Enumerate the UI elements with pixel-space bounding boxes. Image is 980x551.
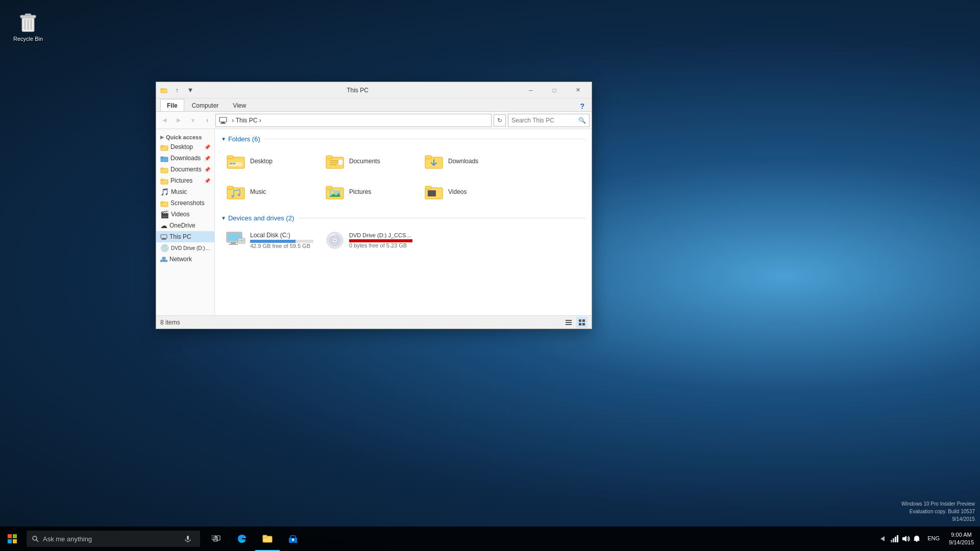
tab-computer[interactable]: Computer: [185, 99, 226, 111]
recycle-bin-label: Recycle Bin: [13, 36, 43, 42]
close-button[interactable]: ✕: [566, 82, 590, 98]
network-tray-icon[interactable]: [891, 535, 899, 543]
qs-dropdown-btn[interactable]: ▼: [185, 85, 196, 96]
folder-desktop-info: Desktop: [250, 158, 313, 165]
clock-date: 9/14/2015: [949, 539, 974, 546]
details-view-button[interactable]: [563, 317, 574, 328]
sidebar-item-videos[interactable]: 🎬 Videos: [156, 209, 214, 220]
language-label: ENG: [927, 535, 940, 542]
svg-rect-59: [229, 244, 238, 245]
system-tray: [887, 527, 924, 551]
sidebar-item-onedrive[interactable]: ☁ OneDrive: [156, 220, 214, 231]
file-explorer-button[interactable]: [255, 527, 280, 551]
sidebar-item-music[interactable]: 🎵 Music: [156, 186, 214, 197]
notification-tray-icon[interactable]: [913, 535, 920, 543]
folders-section-title[interactable]: Folders (6): [228, 135, 260, 143]
svg-rect-9: [222, 122, 225, 123]
folder-videos[interactable]: Videos: [419, 178, 516, 206]
folder-music-name: Music: [250, 188, 313, 195]
svg-rect-2: [25, 14, 31, 16]
address-path[interactable]: › This PC ›: [215, 114, 492, 127]
svg-rect-21: [161, 235, 167, 238]
volume-tray-icon[interactable]: [902, 535, 910, 543]
store-button[interactable]: [281, 527, 305, 551]
sidebar-item-network[interactable]: Network: [156, 254, 214, 265]
folder-desktop-name: Desktop: [250, 158, 313, 165]
svg-point-51: [331, 191, 333, 193]
downloads-icon: [160, 154, 168, 162]
folders-collapse-arrow[interactable]: ▼: [221, 136, 226, 142]
maximize-button[interactable]: □: [543, 82, 566, 98]
forward-button[interactable]: ▶: [173, 114, 185, 127]
svg-point-62: [241, 240, 242, 241]
svg-rect-45: [227, 186, 233, 189]
svg-rect-74: [8, 534, 12, 538]
windows-info-line1: Windows 10 Pro Insider Preview: [901, 500, 975, 508]
explorer-title: This PC: [196, 87, 519, 94]
language-indicator[interactable]: ENG: [924, 527, 943, 551]
sidebar-item-downloads[interactable]: Downloads 📌: [156, 153, 214, 164]
sidebar-item-desktop[interactable]: Desktop 📌: [156, 141, 214, 153]
sidebar-item-documents[interactable]: Documents 📌: [156, 164, 214, 175]
taskbar-right: ENG 9:00 AM 9/14/2015: [878, 527, 980, 551]
svg-rect-8: [219, 117, 227, 122]
svg-rect-40: [330, 164, 337, 165]
edge-button[interactable]: [230, 527, 254, 551]
svg-rect-95: [916, 541, 918, 542]
drives-section-title[interactable]: Devices and drives (2): [228, 214, 294, 222]
videos-icon: 🎬: [160, 210, 169, 218]
windows-info-line3: 9/14/2015: [901, 515, 975, 523]
folder-music[interactable]: Music: [221, 178, 318, 206]
svg-rect-10: [220, 123, 226, 124]
qs-folder-btn[interactable]: [158, 85, 169, 96]
path-thispc-label: This PC: [236, 117, 258, 124]
ribbon-tabs: File Computer View ?: [156, 98, 592, 112]
tiles-view-button[interactable]: [576, 317, 587, 328]
refresh-button[interactable]: ↻: [494, 114, 506, 127]
svg-rect-25: [160, 260, 162, 262]
status-bar: 8 items: [156, 315, 592, 329]
recycle-bin-icon[interactable]: Recycle Bin: [10, 10, 46, 42]
tab-file[interactable]: File: [160, 99, 184, 111]
drive-d[interactable]: DVD Drive (D:) J_CCSA_X64FRE_EN-US_DV5 0…: [320, 226, 417, 255]
drives-collapse-arrow[interactable]: ▼: [221, 215, 226, 221]
quick-access-section[interactable]: ▶ Quick access: [156, 131, 214, 141]
screenshots-icon: [160, 199, 168, 207]
svg-rect-77: [13, 539, 17, 543]
start-button[interactable]: [0, 527, 24, 551]
desktop: Recycle Bin ↑ ▼ This PC ─ □ ✕: [0, 0, 980, 551]
search-input[interactable]: [511, 117, 578, 124]
folders-grid: Desktop: [221, 147, 585, 206]
sidebar-item-screenshots[interactable]: Screenshots: [156, 197, 214, 209]
sidebar-item-thispc[interactable]: This PC: [156, 231, 214, 242]
system-clock[interactable]: 9:00 AM 9/14/2015: [943, 527, 980, 551]
folder-desktop[interactable]: Desktop: [221, 147, 318, 176]
folder-pictures[interactable]: Pictures: [320, 178, 417, 206]
folder-documents[interactable]: Documents: [320, 147, 417, 176]
sidebar-item-pictures[interactable]: Pictures 📌: [156, 175, 214, 186]
svg-marker-89: [880, 536, 885, 541]
folder-downloads[interactable]: Downloads: [419, 147, 516, 176]
system-tray-expand[interactable]: [878, 536, 887, 541]
taskbar-search[interactable]: Ask me anything: [27, 531, 200, 547]
window-controls: ─ □ ✕: [519, 82, 590, 98]
svg-rect-22: [162, 238, 165, 239]
tab-view[interactable]: View: [226, 99, 253, 111]
dvd-sidebar-icon: 💿: [160, 244, 169, 252]
clock-time: 9:00 AM: [951, 531, 971, 539]
sidebar: ▶ Quick access Desktop 📌 Downloads 📌: [156, 129, 215, 315]
microphone-icon[interactable]: [185, 535, 195, 543]
folders-divider: [264, 139, 585, 139]
task-view-button[interactable]: [204, 527, 229, 551]
svg-point-66: [334, 240, 336, 241]
back-button[interactable]: ◀: [158, 114, 170, 127]
recent-locations-button[interactable]: ▼: [187, 114, 199, 127]
qs-up-btn[interactable]: ↑: [172, 85, 183, 96]
minimize-button[interactable]: ─: [519, 82, 543, 98]
help-button[interactable]: ?: [577, 101, 587, 111]
svg-rect-49: [326, 186, 332, 189]
sidebar-item-dvddrive[interactable]: 💿 DVD Drive (D:) J_CCS...: [156, 242, 214, 254]
drive-c[interactable]: Local Disk (C:) 42.9 GB free of 59.5 GB: [221, 226, 318, 255]
svg-rect-90: [891, 540, 892, 542]
up-button[interactable]: ↑: [201, 114, 213, 127]
